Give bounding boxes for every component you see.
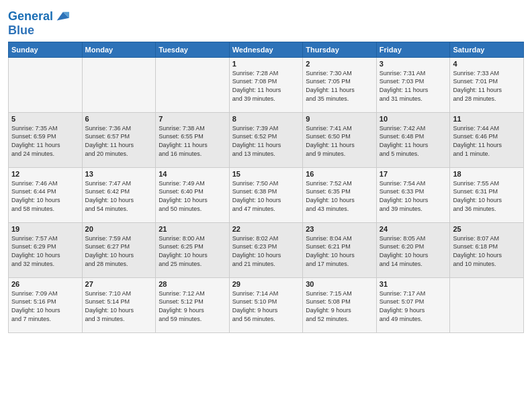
day-number: 21 [159,225,226,233]
day-info: Sunrise: 7:55 AM Sunset: 6:31 PM Dayligh… [453,179,521,213]
day-cell: 6Sunrise: 7:36 AM Sunset: 6:57 PM Daylig… [82,112,156,167]
day-info: Sunrise: 8:02 AM Sunset: 6:23 PM Dayligh… [232,234,300,268]
week-row-4: 19Sunrise: 7:57 AM Sunset: 6:29 PM Dayli… [9,222,524,277]
day-cell [156,57,230,112]
day-cell: 29Sunrise: 7:14 AM Sunset: 5:10 PM Dayli… [229,277,303,332]
day-number: 20 [85,225,153,233]
day-info: Sunrise: 7:14 AM Sunset: 5:10 PM Dayligh… [232,289,300,323]
day-cell: 2Sunrise: 7:30 AM Sunset: 7:05 PM Daylig… [303,57,377,112]
day-info: Sunrise: 8:05 AM Sunset: 6:20 PM Dayligh… [380,234,447,268]
day-info: Sunrise: 7:33 AM Sunset: 7:01 PM Dayligh… [453,69,521,103]
day-number: 2 [306,60,373,68]
day-info: Sunrise: 7:09 AM Sunset: 5:16 PM Dayligh… [11,289,79,323]
day-number: 15 [232,170,300,178]
day-number: 30 [306,280,373,288]
day-cell: 4Sunrise: 7:33 AM Sunset: 7:01 PM Daylig… [450,57,524,112]
day-cell [82,57,156,112]
day-number: 13 [85,170,153,178]
day-info: Sunrise: 7:47 AM Sunset: 6:42 PM Dayligh… [85,179,153,213]
day-info: Sunrise: 7:38 AM Sunset: 6:55 PM Dayligh… [159,124,226,158]
day-cell: 1Sunrise: 7:28 AM Sunset: 7:08 PM Daylig… [229,57,303,112]
day-number: 24 [380,225,447,233]
day-cell: 13Sunrise: 7:47 AM Sunset: 6:42 PM Dayli… [82,167,156,222]
day-header-tuesday: Tuesday [156,42,230,57]
day-number: 29 [232,280,300,288]
day-number: 16 [306,170,373,178]
day-info: Sunrise: 7:17 AM Sunset: 5:07 PM Dayligh… [380,289,447,323]
day-number: 8 [232,115,300,123]
day-cell: 27Sunrise: 7:10 AM Sunset: 5:14 PM Dayli… [82,277,156,332]
day-number: 9 [306,115,373,123]
day-cell: 18Sunrise: 7:55 AM Sunset: 6:31 PM Dayli… [450,167,524,222]
day-cell: 19Sunrise: 7:57 AM Sunset: 6:29 PM Dayli… [9,222,83,277]
day-info: Sunrise: 7:15 AM Sunset: 5:08 PM Dayligh… [306,289,373,323]
day-info: Sunrise: 7:54 AM Sunset: 6:33 PM Dayligh… [380,179,447,213]
day-info: Sunrise: 7:49 AM Sunset: 6:40 PM Dayligh… [159,179,226,213]
day-header-thursday: Thursday [303,42,377,57]
day-cell: 9Sunrise: 7:41 AM Sunset: 6:50 PM Daylig… [303,112,377,167]
calendar-container: General Blue SundayMondayTuesdayWednesda… [0,0,532,337]
logo: General Blue [8,9,69,38]
day-info: Sunrise: 7:42 AM Sunset: 6:48 PM Dayligh… [380,124,447,158]
day-cell: 7Sunrise: 7:38 AM Sunset: 6:55 PM Daylig… [156,112,230,167]
day-number: 19 [11,225,79,233]
day-info: Sunrise: 8:04 AM Sunset: 6:21 PM Dayligh… [306,234,373,268]
header: General Blue [8,7,524,38]
day-cell: 26Sunrise: 7:09 AM Sunset: 5:16 PM Dayli… [9,277,83,332]
week-row-5: 26Sunrise: 7:09 AM Sunset: 5:16 PM Dayli… [9,277,524,332]
day-cell: 15Sunrise: 7:50 AM Sunset: 6:38 PM Dayli… [229,167,303,222]
day-header-friday: Friday [376,42,450,57]
day-cell: 28Sunrise: 7:12 AM Sunset: 5:12 PM Dayli… [156,277,230,332]
day-cell: 14Sunrise: 7:49 AM Sunset: 6:40 PM Dayli… [156,167,230,222]
day-cell: 30Sunrise: 7:15 AM Sunset: 5:08 PM Dayli… [303,277,377,332]
day-number: 26 [11,280,79,288]
day-number: 14 [159,170,226,178]
day-number: 12 [11,170,79,178]
day-info: Sunrise: 7:31 AM Sunset: 7:03 PM Dayligh… [380,69,447,103]
day-info: Sunrise: 7:44 AM Sunset: 6:46 PM Dayligh… [453,124,521,158]
day-info: Sunrise: 8:00 AM Sunset: 6:25 PM Dayligh… [159,234,226,268]
day-number: 25 [453,225,521,233]
day-cell: 24Sunrise: 8:05 AM Sunset: 6:20 PM Dayli… [376,222,450,277]
day-number: 10 [380,115,447,123]
day-header-monday: Monday [82,42,156,57]
logo-blue-text: Blue [8,24,69,38]
day-cell: 20Sunrise: 7:59 AM Sunset: 6:27 PM Dayli… [82,222,156,277]
day-number: 18 [453,170,521,178]
day-number: 11 [453,115,521,123]
calendar-table: SundayMondayTuesdayWednesdayThursdayFrid… [8,42,524,333]
day-number: 7 [159,115,226,123]
day-number: 23 [306,225,373,233]
day-cell: 12Sunrise: 7:46 AM Sunset: 6:44 PM Dayli… [9,167,83,222]
day-number: 17 [380,170,447,178]
day-number: 5 [11,115,79,123]
day-cell: 3Sunrise: 7:31 AM Sunset: 7:03 PM Daylig… [376,57,450,112]
day-cell: 22Sunrise: 8:02 AM Sunset: 6:23 PM Dayli… [229,222,303,277]
day-cell: 5Sunrise: 7:35 AM Sunset: 6:59 PM Daylig… [9,112,83,167]
day-cell: 21Sunrise: 8:00 AM Sunset: 6:25 PM Dayli… [156,222,230,277]
day-cell: 23Sunrise: 8:04 AM Sunset: 6:21 PM Dayli… [303,222,377,277]
day-cell [9,57,83,112]
day-info: Sunrise: 7:50 AM Sunset: 6:38 PM Dayligh… [232,179,300,213]
day-header-saturday: Saturday [450,42,524,57]
day-info: Sunrise: 7:10 AM Sunset: 5:14 PM Dayligh… [85,289,153,323]
day-number: 1 [232,60,300,68]
day-number: 3 [380,60,447,68]
week-row-3: 12Sunrise: 7:46 AM Sunset: 6:44 PM Dayli… [9,167,524,222]
day-info: Sunrise: 7:30 AM Sunset: 7:05 PM Dayligh… [306,69,373,103]
day-number: 28 [159,280,226,288]
day-info: Sunrise: 7:36 AM Sunset: 6:57 PM Dayligh… [85,124,153,158]
day-number: 6 [85,115,153,123]
day-cell [450,277,524,332]
day-cell: 31Sunrise: 7:17 AM Sunset: 5:07 PM Dayli… [376,277,450,332]
day-info: Sunrise: 7:12 AM Sunset: 5:12 PM Dayligh… [159,289,226,323]
day-number: 22 [232,225,300,233]
day-info: Sunrise: 7:41 AM Sunset: 6:50 PM Dayligh… [306,124,373,158]
day-number: 27 [85,280,153,288]
day-info: Sunrise: 7:59 AM Sunset: 6:27 PM Dayligh… [85,234,153,268]
day-info: Sunrise: 7:28 AM Sunset: 7:08 PM Dayligh… [232,69,300,103]
header-row: SundayMondayTuesdayWednesdayThursdayFrid… [9,42,524,57]
day-cell: 17Sunrise: 7:54 AM Sunset: 6:33 PM Dayli… [376,167,450,222]
week-row-1: 1Sunrise: 7:28 AM Sunset: 7:08 PM Daylig… [9,57,524,112]
week-row-2: 5Sunrise: 7:35 AM Sunset: 6:59 PM Daylig… [9,112,524,167]
